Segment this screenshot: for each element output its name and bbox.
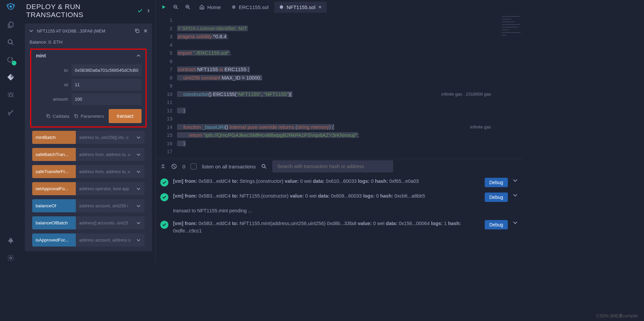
chevron-right-icon[interactable] [146, 8, 151, 13]
mint-id-input[interactable] [71, 79, 142, 91]
chevron-down-icon[interactable] [132, 131, 145, 144]
success-icon [160, 193, 168, 201]
transact-button[interactable]: transact [109, 109, 142, 123]
check-icon [137, 8, 143, 14]
function-params[interactable]: address from, address to, u [76, 148, 132, 161]
svg-point-3 [9, 93, 12, 96]
calldata-button[interactable]: Calldata [46, 114, 69, 119]
files-icon[interactable] [6, 20, 15, 30]
chevron-up-icon[interactable] [136, 53, 141, 58]
terminal-search-icon[interactable] [261, 163, 267, 169]
deploy-icon[interactable] [6, 72, 15, 82]
function-name-button[interactable]: balanceOf [32, 199, 76, 212]
function-params[interactable]: address[] accounts, uint25 [76, 216, 132, 229]
listen-label: listen on all transactions [202, 164, 256, 169]
function-name-button[interactable]: mintBatch [32, 131, 76, 144]
function-params[interactable]: address operator, bool app [76, 182, 132, 195]
chevron-down-icon[interactable] [29, 29, 34, 33]
tab-erc1155[interactable]: ERC1155.sol [227, 2, 273, 13]
code-editor[interactable]: // SPDX-License-Identifier: MIT pragma s… [177, 14, 499, 159]
chevron-down-icon[interactable] [132, 233, 145, 247]
verified-icon[interactable] [6, 107, 15, 117]
logo-icon [6, 3, 15, 12]
search-icon[interactable] [6, 38, 15, 47]
tx-row: [vm] from: 0x5B3...eddC4 to: NFT1155.min… [160, 217, 518, 237]
function-name-button[interactable]: safeTransferFr... [32, 165, 76, 178]
chevron-down-icon[interactable] [513, 220, 518, 225]
terminal-search-input[interactable] [272, 160, 393, 172]
zoom-out-icon[interactable] [170, 2, 181, 12]
function-name-button[interactable]: balanceOfBatch [32, 216, 76, 229]
mint-id-label: id: [35, 82, 69, 87]
function-row: mintBatchaddress to, uint256[] ids, u [32, 131, 145, 144]
mint-to-label: to: [35, 68, 69, 73]
deployed-contract-label[interactable]: NFT1155 AT 0XD8B...33FA8 (MEM [37, 29, 131, 34]
svg-rect-5 [136, 30, 139, 33]
chevron-down-icon[interactable] [513, 193, 518, 198]
tx-row: [vm] from: 0x5B3...eddC4 to: Strings.(co… [160, 175, 518, 190]
copy-icon[interactable] [135, 28, 140, 34]
function-row: balanceOfBatchaddress[] accounts, uint25 [32, 216, 145, 229]
tx-row: transact to NFT1155.mint pending ... [160, 205, 518, 217]
function-params[interactable]: address account, uint256 i [76, 199, 132, 212]
function-name-button[interactable]: isApprovedFor... [32, 233, 76, 247]
pending-count: 0 [182, 164, 185, 169]
chevron-down-icon[interactable] [513, 178, 518, 183]
parameters-button[interactable]: Parameters [74, 114, 104, 119]
chevron-down-icon[interactable] [132, 199, 145, 212]
minimap[interactable] [499, 14, 523, 159]
chevron-down-icon[interactable] [132, 216, 145, 229]
settings-icon[interactable] [6, 253, 15, 263]
success-icon [160, 221, 168, 229]
plugin-icon[interactable] [6, 236, 15, 245]
compiler-icon[interactable] [6, 55, 15, 64]
tab-nft1155[interactable]: NFT1155.sol [274, 2, 327, 13]
mint-function-block: mint to: id: amount: Calldata Parameters… [30, 49, 147, 127]
svg-point-4 [10, 257, 12, 259]
deployed-contract-block: NFT1155 AT 0XD8B...33FA8 (MEM Balance: 0… [25, 23, 152, 251]
function-row: isApprovedFor...address account, address… [32, 233, 145, 247]
function-row: safeTransferFr...address from, address t… [32, 165, 145, 178]
svg-point-11 [262, 164, 265, 167]
mint-title: mint [36, 53, 46, 58]
function-params[interactable]: address account, address o [76, 233, 132, 247]
zoom-in-icon[interactable] [182, 2, 193, 12]
tab-home[interactable]: Home [195, 2, 225, 13]
chevron-down-icon[interactable] [132, 148, 145, 161]
function-params[interactable]: address from, address to, u [76, 165, 132, 178]
svg-rect-7 [75, 115, 78, 118]
function-name-button[interactable]: safeBatchTran... [32, 148, 76, 161]
chevron-down-icon[interactable] [132, 165, 145, 178]
panel-title: DEPLOY & RUN TRANSACTIONS [26, 3, 134, 19]
balance-label: Balance: 0. ETH [30, 40, 147, 45]
debug-button[interactable]: Debug [485, 178, 508, 187]
chevron-down-icon[interactable] [132, 182, 145, 195]
success-icon [160, 178, 168, 186]
debug-button[interactable]: Debug [485, 220, 508, 229]
close-icon[interactable] [143, 29, 148, 33]
run-icon[interactable] [158, 2, 169, 12]
debugger-icon[interactable] [6, 90, 15, 99]
function-row: balanceOfaddress account, uint256 i [32, 199, 145, 212]
mint-to-input[interactable] [71, 64, 142, 76]
function-name-button[interactable]: setApprovalFo... [32, 182, 76, 195]
function-row: setApprovalFo...address operator, bool a… [32, 182, 145, 195]
tx-row: [vm] from: 0x5B3...eddC4 to: NFT1155.(co… [160, 190, 518, 205]
mint-amount-label: amount: [35, 97, 69, 102]
svg-point-2 [8, 40, 12, 44]
terminal-expand-icon[interactable] [160, 164, 166, 169]
mint-amount-input[interactable] [71, 93, 142, 105]
line-gutter: 1234567891011121314151617 [156, 14, 177, 159]
debug-button[interactable]: Debug [485, 193, 508, 202]
svg-point-1 [10, 5, 12, 8]
tab-close-icon[interactable] [318, 5, 322, 9]
function-params[interactable]: address to, uint256[] ids, u [76, 131, 132, 144]
function-row: safeBatchTran...address from, address to… [32, 148, 145, 161]
listen-checkbox[interactable] [191, 163, 197, 169]
terminal-clear-icon[interactable] [171, 163, 177, 169]
svg-rect-6 [48, 115, 50, 118]
